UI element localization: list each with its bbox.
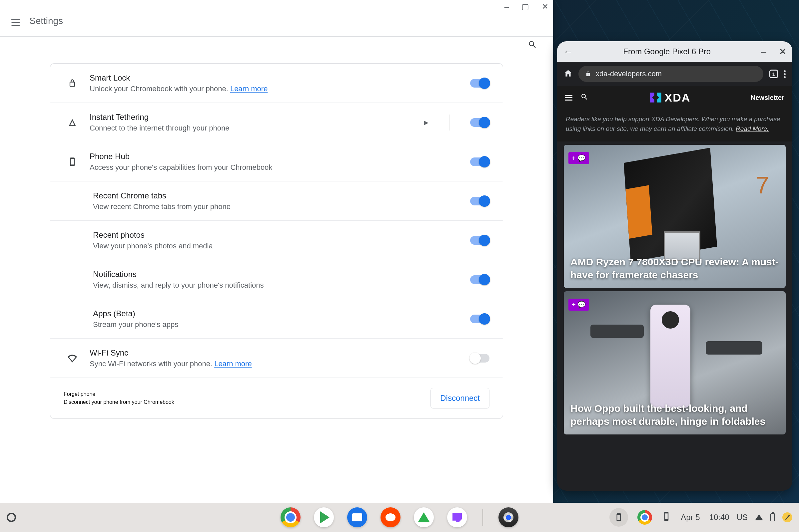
phone-icon xyxy=(66,157,78,167)
chrome-tray-icon[interactable] xyxy=(637,510,652,525)
row-desc: View your phone's photos and media xyxy=(93,242,459,250)
app-chrome[interactable] xyxy=(280,507,301,527)
url-text: xda-developers.com xyxy=(596,70,662,78)
row-title: Phone Hub xyxy=(90,152,459,161)
newsletter-link[interactable]: Newsletter xyxy=(751,94,784,101)
stylus-icon[interactable] xyxy=(782,512,792,522)
recent-photos-toggle[interactable] xyxy=(470,236,489,245)
row-desc: Sync Wi-Fi networks with your phone. Lea… xyxy=(90,360,459,368)
search-icon[interactable] xyxy=(528,40,537,49)
read-more-link[interactable]: Read More. xyxy=(736,125,769,132)
nearby-phone-icon[interactable] xyxy=(661,511,671,523)
app-twitch[interactable] xyxy=(447,507,467,527)
wifi-sync-icon xyxy=(66,354,78,363)
wifi-sync-toggle[interactable] xyxy=(470,354,489,363)
shelf: Apr 5 10:40 US xyxy=(0,503,799,532)
article-headline: How Oppo built the best-looking, and per… xyxy=(570,402,779,428)
tab-count-icon[interactable] xyxy=(769,70,778,78)
phone-hub-toggle[interactable] xyxy=(470,157,489,166)
row-title: Forget phone xyxy=(63,391,174,397)
back-icon[interactable]: ← xyxy=(563,46,573,57)
shelf-separator xyxy=(483,509,483,526)
row-notifications: Notifications View, dismiss, and reply t… xyxy=(50,260,503,299)
address-bar[interactable]: xda-developers.com xyxy=(578,66,763,82)
settings-window: – ▢ ✕ Settings Smart Lock Unlock your Ch… xyxy=(0,0,553,503)
settings-appbar: Settings xyxy=(0,0,553,37)
xda-logo[interactable]: XDA xyxy=(596,91,743,104)
lock-icon xyxy=(66,79,78,88)
row-recent-photos: Recent photos View your phone's photos a… xyxy=(50,221,503,260)
phone-urlbar: xda-developers.com xyxy=(557,62,792,86)
learn-more-link[interactable]: Learn more xyxy=(214,360,252,368)
phone-hub-tray-icon[interactable] xyxy=(610,508,628,527)
apps-toggle[interactable] xyxy=(470,315,489,323)
row-title: Notifications xyxy=(93,270,459,279)
minimize-icon[interactable]: – xyxy=(505,3,509,11)
row-desc: View recent Chrome tabs from your phone xyxy=(93,203,459,211)
lock-icon xyxy=(585,71,591,77)
xda-search-icon[interactable] xyxy=(580,93,588,102)
row-title: Instant Tethering xyxy=(90,113,413,122)
row-title: Wi-Fi Sync xyxy=(90,348,459,358)
learn-more-link[interactable]: Learn more xyxy=(230,84,268,93)
phone-stream-window: ← From Google Pixel 6 Pro – ✕ xda-develo… xyxy=(557,41,792,491)
minimize-icon[interactable]: – xyxy=(761,46,766,57)
app-settings[interactable] xyxy=(498,507,519,527)
notifications-toggle[interactable] xyxy=(470,275,489,284)
xda-logo-icon xyxy=(649,91,663,104)
article-ryzen[interactable]: 7 + 💬 AMD Ryzen 7 7800X3D CPU review: A … xyxy=(564,145,786,288)
maximize-icon[interactable]: ▢ xyxy=(522,3,529,11)
affiliate-notice: Readers like you help support XDA Develo… xyxy=(557,109,792,141)
status-area[interactable]: Apr 5 10:40 US xyxy=(610,508,792,527)
comments-badge: + 💬 xyxy=(568,299,589,310)
xda-wordmark: XDA xyxy=(665,91,691,104)
row-wifi-sync: Wi-Fi Sync Sync Wi-Fi networks with your… xyxy=(50,339,503,378)
row-desc: Unlock your Chromebook with your phone. … xyxy=(90,84,459,93)
row-instant-tethering[interactable]: Instant Tethering Connect to the interne… xyxy=(50,103,503,142)
tethering-toggle[interactable] xyxy=(470,118,489,127)
page-title: Settings xyxy=(29,16,63,26)
row-desc: Connect to the internet through your pho… xyxy=(90,124,413,133)
battery-icon xyxy=(770,513,775,521)
xda-header: XDA Newsletter xyxy=(557,86,792,109)
chevron-right-icon: ▶ xyxy=(424,119,429,126)
app-files[interactable] xyxy=(347,507,367,527)
window-controls: – ▢ ✕ xyxy=(505,3,548,11)
shelf-apps xyxy=(280,507,519,527)
disconnect-button[interactable]: Disconnect xyxy=(431,388,489,408)
xda-menu-icon[interactable] xyxy=(565,94,573,102)
row-title: Recent Chrome tabs xyxy=(93,191,459,201)
home-icon[interactable] xyxy=(564,69,573,79)
row-desc: Stream your phone's apps xyxy=(93,320,459,329)
row-title: Smart Lock xyxy=(90,73,459,82)
phone-titlebar: ← From Google Pixel 6 Pro – ✕ xyxy=(557,41,792,62)
article-headline: AMD Ryzen 7 7800X3D CPU review: A must-h… xyxy=(570,255,779,281)
app-feedly[interactable] xyxy=(414,507,434,527)
row-title: Recent photos xyxy=(93,230,459,240)
recent-tabs-toggle[interactable] xyxy=(470,197,489,205)
connected-phone-card: Smart Lock Unlock your Chromebook with y… xyxy=(50,63,503,419)
smart-lock-toggle[interactable] xyxy=(470,79,489,88)
close-icon[interactable]: ✕ xyxy=(779,46,786,57)
status-time: 10:40 xyxy=(709,513,729,522)
row-apps-beta: Apps (Beta) Stream your phone's apps xyxy=(50,299,503,339)
app-reddit[interactable] xyxy=(381,507,400,527)
app-play-store[interactable] xyxy=(314,507,334,527)
status-date: Apr 5 xyxy=(681,513,700,522)
row-forget-phone: Forget phone Disconnect your phone from … xyxy=(50,378,503,418)
comments-badge: + 💬 xyxy=(568,152,589,164)
launcher-button[interactable] xyxy=(7,513,16,522)
row-recent-tabs: Recent Chrome tabs View recent Chrome ta… xyxy=(50,182,503,221)
row-desc: Disconnect your phone from your Chromebo… xyxy=(63,399,174,405)
row-phone-hub: Phone Hub Access your phone's capabiliti… xyxy=(50,142,503,182)
signal-icon xyxy=(66,118,78,127)
row-desc: View, dismiss, and reply to your phone's… xyxy=(93,281,459,290)
phone-window-title: From Google Pixel 6 Pro xyxy=(579,47,755,56)
wifi-icon xyxy=(755,514,763,520)
menu-icon[interactable] xyxy=(11,19,20,26)
status-locale: US xyxy=(737,513,748,522)
article-oppo[interactable]: + 💬 How Oppo built the best-looking, and… xyxy=(564,291,786,435)
close-icon[interactable]: ✕ xyxy=(542,3,548,11)
row-smart-lock: Smart Lock Unlock your Chromebook with y… xyxy=(50,63,503,103)
overflow-menu-icon[interactable] xyxy=(784,70,786,78)
